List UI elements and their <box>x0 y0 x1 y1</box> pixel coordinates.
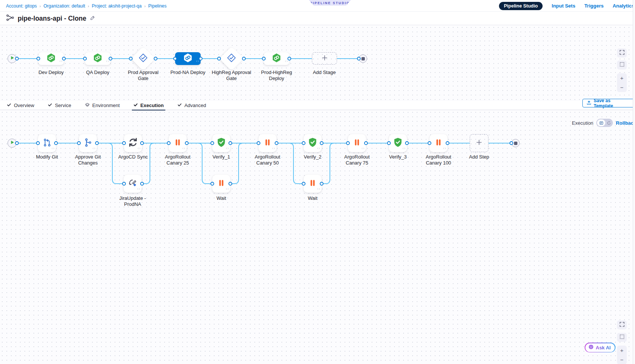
nav-triggers[interactable]: Triggers <box>584 3 603 9</box>
gitops-stage-icon-selected <box>183 53 193 64</box>
breadcrumb-pipelines[interactable]: Pipelines <box>148 3 167 9</box>
step-node-verify-3[interactable] <box>389 134 407 152</box>
execution-rollback-toggle[interactable] <box>596 119 613 127</box>
tab-label: Service <box>55 103 71 108</box>
tab-label: Overview <box>14 103 34 108</box>
frame-select-icon <box>620 62 624 68</box>
pipeline-header: pipe-loans-api - Clone VISUAL YAML Valid… <box>0 12 635 25</box>
step-label: Verify_2 <box>295 154 331 160</box>
stop-icon <box>361 57 365 60</box>
code-corner-icon <box>443 144 446 151</box>
stage-start-node[interactable] <box>8 54 17 63</box>
step-node-argocd-sync[interactable] <box>124 134 142 152</box>
step-label: Wait <box>203 195 239 201</box>
chevron-right-icon: › <box>144 4 146 8</box>
nav-analytics[interactable]: Analytics <box>612 3 634 9</box>
ask-ai-button[interactable]: Ask AI <box>585 343 615 352</box>
nav-input-sets[interactable]: Input Sets <box>552 3 575 9</box>
step-node-jiraupdate-prodna[interactable] <box>124 175 142 193</box>
breadcrumb-account[interactable]: Account: gitops <box>6 3 37 9</box>
stage-node-highreg-approval-gate[interactable] <box>219 46 243 71</box>
gitops-stage-icon <box>93 53 103 64</box>
pause-icon <box>263 137 272 149</box>
zoom-out-button[interactable]: − <box>617 355 627 364</box>
step-node-argorollout-canary-75[interactable] <box>348 134 366 152</box>
play-icon <box>8 138 17 148</box>
step-node-argorollout-canary-50[interactable] <box>259 134 277 152</box>
code-corner-icon <box>182 144 185 151</box>
fullscreen-button[interactable] <box>617 320 627 329</box>
stage-node-prod-highreg-deploy[interactable] <box>264 52 289 65</box>
stage-end-node[interactable] <box>359 54 367 63</box>
code-corner-icon <box>317 185 320 192</box>
step-node-wait-1[interactable] <box>212 175 230 193</box>
add-step-button[interactable] <box>470 134 488 152</box>
stage-label: Prod-HighReg Deploy <box>256 69 297 81</box>
stage-node-dev-deploy[interactable] <box>38 52 64 65</box>
add-step-label: Add Step <box>461 154 497 160</box>
step-node-approve-git-changes[interactable] <box>79 134 97 152</box>
nav-pipeline-studio[interactable]: Pipeline Studio <box>499 2 543 10</box>
pause-icon <box>308 178 318 189</box>
code-corner-icon <box>51 144 54 151</box>
step-node-verify-2[interactable] <box>304 134 322 152</box>
tab-overview[interactable]: Overview <box>7 101 34 110</box>
save-as-template-label: Save as Template <box>594 98 631 109</box>
jira-update-icon <box>127 178 138 190</box>
tab-service[interactable]: Service <box>48 101 71 110</box>
breadcrumb: Account: gitops › Organization: default … <box>6 0 166 12</box>
tab-advanced[interactable]: Advanced <box>177 101 206 110</box>
execution-end-node[interactable] <box>511 139 520 147</box>
code-corner-icon <box>226 144 229 151</box>
tab-environment[interactable]: Environment <box>85 101 120 110</box>
stage-label: HighReg Approval Gate <box>211 69 252 81</box>
check-icon <box>177 103 182 108</box>
step-label: Wait <box>292 195 333 201</box>
step-label: Verify_3 <box>380 154 416 160</box>
add-stage-button[interactable] <box>312 52 337 65</box>
step-node-argorollout-canary-25[interactable] <box>169 134 187 152</box>
pause-icon <box>434 137 443 149</box>
stage-graph-canvas[interactable]: Dev Deploy QA Deploy Prod Approval Gate … <box>0 25 635 101</box>
fit-to-screen-button[interactable] <box>617 333 627 342</box>
fullscreen-icon <box>620 50 624 56</box>
stage-label: Dev Deploy <box>30 69 72 76</box>
scrollbar[interactable] <box>633 0 635 364</box>
pause-icon <box>216 178 226 189</box>
check-icon <box>133 103 138 108</box>
step-node-modify-git[interactable] <box>38 134 56 152</box>
stage-node-qa-deploy[interactable] <box>85 52 110 65</box>
tab-label: Advanced <box>184 103 206 108</box>
environment-layers-icon <box>85 103 90 109</box>
zoom-in-button[interactable]: + <box>617 73 627 83</box>
execution-graph-canvas[interactable]: Execution Rollback Modify Git Approve Gi… <box>0 110 635 364</box>
chevron-right-icon: › <box>39 4 41 8</box>
breadcrumb-org[interactable]: Organization: default <box>44 3 85 9</box>
step-node-verify-1[interactable] <box>212 134 230 152</box>
step-label: ArgoCD Sync <box>115 154 151 160</box>
chevron-right-icon: › <box>88 4 89 8</box>
save-as-template-button[interactable]: Save as Template <box>582 99 635 107</box>
tab-label: Environment <box>92 103 120 108</box>
tab-execution[interactable]: Execution <box>133 101 164 110</box>
stage-node-prod-approval-gate[interactable] <box>131 46 155 71</box>
fit-to-screen-button[interactable] <box>617 60 627 69</box>
code-corner-icon <box>402 144 405 151</box>
step-node-argorollout-canary-100[interactable] <box>429 134 448 152</box>
execution-start-node[interactable] <box>8 139 17 148</box>
step-node-wait-2[interactable] <box>304 175 322 193</box>
stage-node-prod-na-deploy[interactable] <box>175 52 201 65</box>
pipeline-icon <box>6 14 14 23</box>
rollback-link[interactable]: Rollback <box>616 120 635 126</box>
gitops-stage-icon <box>46 53 56 64</box>
stage-label: QA Deploy <box>77 69 118 76</box>
top-bar: Account: gitops › Organization: default … <box>0 0 635 12</box>
step-label: ArgoRollout Canary 25 <box>160 154 196 166</box>
breadcrumb-project[interactable]: Project: akshit-project-qa <box>92 3 142 9</box>
zoom-out-button[interactable]: − <box>617 83 627 92</box>
code-corner-icon <box>59 57 62 64</box>
zoom-in-button[interactable]: + <box>617 346 627 355</box>
fullscreen-button[interactable] <box>617 48 627 57</box>
pause-icon <box>352 137 362 149</box>
edit-pencil-icon[interactable] <box>90 15 95 22</box>
